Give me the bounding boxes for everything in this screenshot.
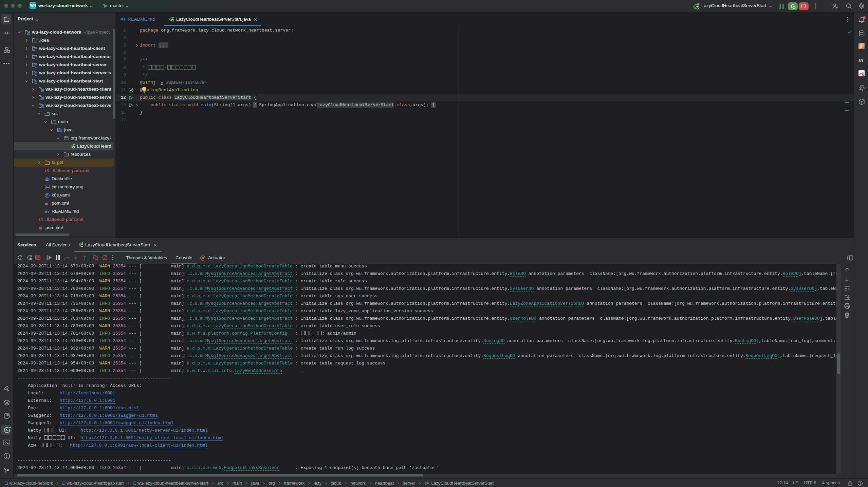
svg-text:M: M — [121, 17, 123, 21]
svg-text:M: M — [44, 210, 47, 213]
svg-text:m: m — [45, 201, 48, 206]
svg-text:m: m — [39, 225, 42, 230]
